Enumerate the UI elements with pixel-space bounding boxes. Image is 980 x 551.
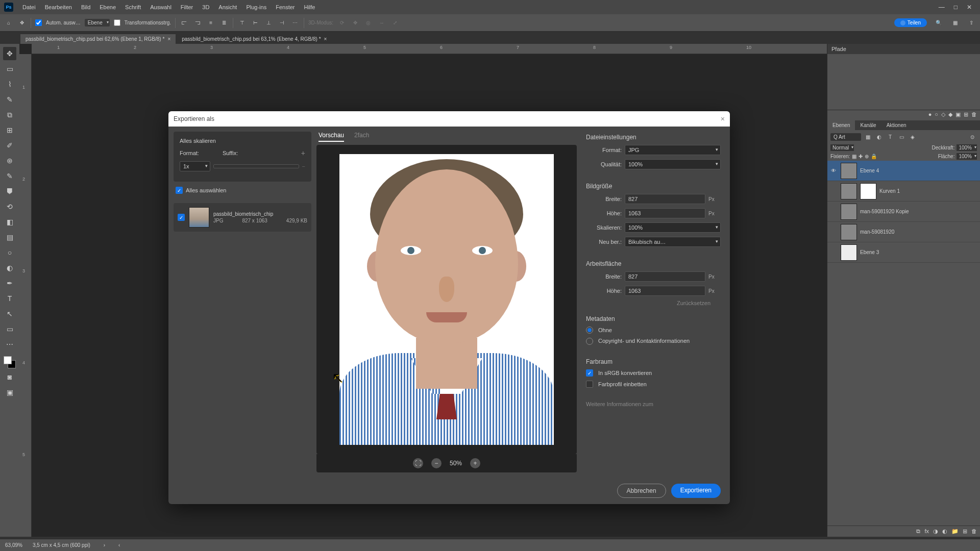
path-selection-icon[interactable]: ◇ [941,111,945,119]
scale-select[interactable]: 100% [625,222,721,233]
lock-artboard-icon[interactable]: ⊕ [865,154,869,159]
path-stroke-icon[interactable]: ○ [935,111,938,119]
distribute-bottom-icon[interactable]: ⊥ [264,18,273,28]
menu-datei[interactable]: Datei [18,2,40,12]
share-button[interactable]: Teilen [894,18,927,27]
menu-ebene[interactable]: Ebene [95,2,120,12]
status-chevron-icon[interactable]: ‹ [118,542,120,548]
shape-tool-icon[interactable]: ▭ [3,322,16,336]
path-delete-icon[interactable]: 🗑 [971,111,977,119]
more-info-link[interactable]: Weitere Informationen zum [582,399,725,409]
home-icon[interactable]: ⌂ [4,18,13,28]
layer-row[interactable]: 👁 Ebene 4 [827,161,980,181]
fit-icon[interactable]: ⛶ [413,458,423,468]
search-icon[interactable]: 🔍 [934,18,943,28]
reset-button[interactable]: Zurücksetzen [586,300,721,306]
remove-size-icon[interactable]: − [302,163,305,169]
move-tool-icon[interactable]: ✥ [17,18,27,28]
link-layers-icon[interactable]: ⧉ [916,528,920,535]
path-select-tool-icon[interactable]: ↖ [3,307,16,320]
metadata-none-radio[interactable] [586,327,593,334]
path-combine-icon[interactable]: ◆ [948,111,952,119]
asset-row[interactable]: ✓ passbild_biometrisch_chip JPG 827 x 10… [174,203,311,232]
status-chevron-icon[interactable]: › [104,542,105,548]
lock-all-icon[interactable]: 🔒 [871,154,877,159]
layer-fx-icon[interactable]: fx [924,528,929,535]
asset-checkbox[interactable]: ✓ [178,214,185,221]
pfade-panel-title[interactable]: Pfade [827,44,980,54]
lock-pixels-icon[interactable]: ▦ [852,154,856,159]
menu-plugins[interactable]: Plug-ins [242,2,271,12]
opacity-dropdown[interactable]: 100% [957,144,977,151]
quick-select-tool-icon[interactable]: ✎ [3,93,16,106]
layer-name[interactable]: Ebene 3 [860,249,879,255]
gradient-tool-icon[interactable]: ▤ [3,231,16,244]
preview-tab-vorschau[interactable]: Vorschau [318,132,344,142]
distribute-more-icon[interactable]: ⊣ [277,18,286,28]
status-docsize[interactable]: 3,5 cm x 4,5 cm (600 ppi) [33,542,90,548]
pen-tool-icon[interactable]: ✒ [3,277,16,290]
crop-tool-icon[interactable]: ⧉ [3,108,16,121]
new-layer-icon[interactable]: ⊞ [963,528,967,535]
workspace-icon[interactable]: ▦ [950,18,960,28]
preview-canvas[interactable]: ↖ [316,145,577,454]
hand-tool-icon[interactable]: ⋯ [3,338,16,351]
menu-schrift[interactable]: Schrift [121,2,145,12]
menu-bild[interactable]: Bild [77,2,94,12]
layer-filter-dropdown[interactable]: Q Art [830,133,861,141]
layer-name[interactable]: man-59081920 Kopie [860,209,909,214]
close-icon[interactable]: × [167,36,170,42]
filter-type-icon[interactable]: T [886,132,895,141]
group-icon[interactable]: 📁 [951,528,959,535]
quickmask-tool-icon[interactable]: ◙ [3,370,16,384]
resample-select[interactable]: Bikubisch au… [625,237,721,247]
align-more-icon[interactable]: ≣ [219,18,229,28]
lock-position-icon[interactable]: ✚ [859,154,863,159]
dialog-titlebar[interactable]: Exportieren als × [168,111,730,127]
metadata-copy-radio[interactable] [586,338,593,345]
tab-kanaele[interactable]: Kanäle [855,120,881,130]
path-new-icon[interactable]: ⊞ [964,111,968,119]
zoom-in-icon[interactable]: + [470,458,480,468]
history-brush-tool-icon[interactable]: ⟲ [3,200,16,213]
path-mask-icon[interactable]: ▣ [955,111,961,119]
menu-bearbeiten[interactable]: Bearbeiten [41,2,76,12]
blend-mode-dropdown[interactable]: Normal [830,144,854,151]
brush-tool-icon[interactable]: ✎ [3,169,16,183]
dodge-tool-icon[interactable]: ◐ [3,261,16,274]
frame-tool-icon[interactable]: ⊞ [3,123,16,137]
layer-select-dropdown[interactable]: Ebene [85,19,110,27]
align-right-icon[interactable]: ≡ [206,18,215,28]
format-select[interactable]: JPG [625,145,721,155]
marquee-tool-icon[interactable]: ▭ [3,62,16,76]
cancel-button[interactable]: Abbrechen [617,484,666,498]
layer-name[interactable]: man-59081920 [860,229,894,235]
zoom-out-icon[interactable]: − [431,458,442,468]
srgb-checkbox[interactable]: ✓ [586,369,593,377]
delete-layer-icon[interactable]: 🗑 [971,528,977,535]
close-icon[interactable]: × [721,115,725,123]
quality-select[interactable]: 100% [625,159,721,169]
distribute-top-icon[interactable]: ⊤ [237,18,247,28]
filter-adjust-icon[interactable]: ◐ [874,132,884,141]
filter-smart-icon[interactable]: ◈ [908,132,917,141]
select-all-checkbox[interactable]: ✓ [176,187,183,194]
layer-name[interactable]: Kurven 1 [879,188,900,194]
screenmode-tool-icon[interactable]: ▣ [3,386,16,399]
upload-icon[interactable]: ⇪ [967,18,976,28]
export-button[interactable]: Exportieren [671,484,721,498]
width-input[interactable]: 827 [625,194,705,204]
layer-row[interactable]: man-59081920 [827,222,980,242]
tab-ebenen[interactable]: Ebenen [827,120,855,130]
height-input[interactable]: 1063 [625,208,705,218]
window-min-icon[interactable]: — [939,4,945,11]
auto-select-checkbox[interactable] [35,19,42,26]
window-close-icon[interactable]: ✕ [967,4,972,11]
fill-dropdown[interactable]: 100% [957,153,977,160]
blur-tool-icon[interactable]: ○ [3,246,16,259]
adjustment-layer-icon[interactable]: ◐ [942,528,947,535]
suffix-input[interactable] [213,164,299,168]
eyedropper-tool-icon[interactable]: ✐ [3,139,16,152]
align-hcenter-icon[interactable]: ⫎ [193,18,202,28]
eraser-tool-icon[interactable]: ◧ [3,215,16,229]
